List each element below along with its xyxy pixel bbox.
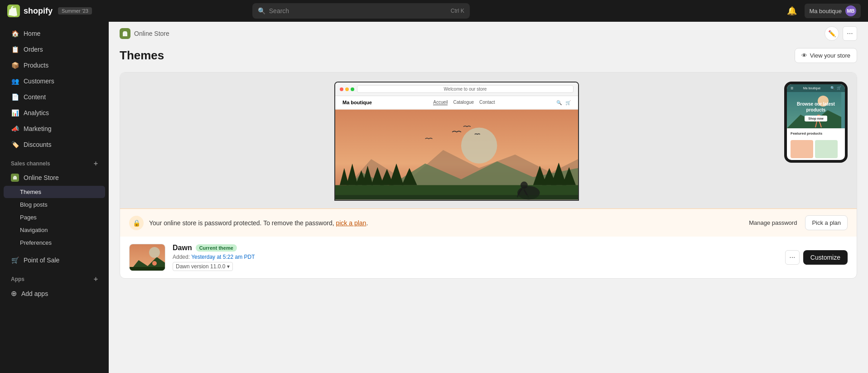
- sidebar-sub-item-label: Preferences: [20, 239, 52, 246]
- breadcrumb-bar: Online Store ✏️ ···: [109, 22, 868, 41]
- phone-nav-icons: 🔍 🛒: [830, 86, 841, 90]
- close-dot: [340, 87, 343, 91]
- phone-cart-icon: 🛒: [837, 86, 841, 90]
- avatar: MB: [845, 5, 856, 16]
- sidebar-sub-item-pages[interactable]: Pages: [4, 211, 105, 223]
- password-warning: 🔒 Your online store is password protecte…: [120, 208, 857, 237]
- browser-mockup: Welcome to our store Ma boutique Accueil…: [334, 82, 579, 201]
- eye-icon: 👁: [801, 52, 807, 59]
- phone-search-icon: 🔍: [830, 86, 835, 90]
- add-apps-label: Add apps: [21, 290, 48, 297]
- phone-hero: Browse our latest products Shop now: [787, 92, 845, 128]
- sidebar-sub-item-label: Themes: [20, 189, 41, 195]
- browser-url: Welcome to our store: [357, 85, 574, 93]
- sidebar-sub-item-label: Navigation: [20, 227, 48, 233]
- manage-password-button[interactable]: Manage password: [744, 217, 801, 229]
- phone-hero-text: Browse our latest products: [791, 101, 841, 113]
- notifications-button[interactable]: 🔔: [785, 4, 799, 18]
- nav-right: 🔔 Ma boutique MB: [785, 4, 861, 18]
- phone-header: ☰ Ma boutique 🔍 🛒: [787, 84, 845, 92]
- sidebar-item-label: Discounts: [24, 141, 51, 148]
- sidebar-item-content[interactable]: 📄 Content: [4, 89, 105, 105]
- password-actions: Manage password Pick a plan: [744, 215, 848, 230]
- more-actions-button[interactable]: ···: [843, 26, 857, 41]
- sidebar-item-label: Analytics: [24, 109, 49, 116]
- cart-icon: 🛒: [565, 100, 571, 105]
- sales-channels-header: Sales channels +: [4, 156, 105, 170]
- nav-link-contact: Contact: [479, 100, 495, 105]
- theme-actions: ··· Customize: [785, 250, 848, 265]
- theme-footer: Dawn Current theme Added: Yesterday at 5…: [120, 237, 857, 278]
- sidebar-item-label: Products: [24, 62, 48, 69]
- shopify-text: shopify: [24, 6, 53, 16]
- sidebar-item-home[interactable]: 🏠 Home: [4, 26, 105, 41]
- sidebar-sub-item-preferences[interactable]: Preferences: [4, 237, 105, 249]
- add-apps-button[interactable]: ⊕ Add apps: [4, 286, 105, 301]
- sidebar-sub-item-label: Pages: [20, 214, 37, 221]
- sidebar-item-label: Online Store: [24, 174, 59, 181]
- sidebar-item-online-store[interactable]: Online Store: [4, 170, 105, 185]
- maximize-dot: [351, 87, 354, 91]
- sidebar: 🏠 Home 📋 Orders 📦 Products 👥 Customers 📄…: [0, 22, 109, 373]
- svg-point-28: [149, 247, 160, 258]
- sidebar-item-customers[interactable]: 👥 Customers: [4, 73, 105, 89]
- svg-point-3: [461, 127, 497, 163]
- sidebar-item-pos[interactable]: 🛒 Point of Sale: [4, 252, 105, 268]
- sidebar-item-discounts[interactable]: 🏷️ Discounts: [4, 137, 105, 152]
- shopify-logo: shopify: [7, 5, 53, 17]
- chevron-down-icon: ▾: [227, 263, 230, 270]
- content-icon: 📄: [11, 93, 19, 101]
- add-app-icon[interactable]: +: [94, 275, 98, 283]
- store-nav-icons: 🔍 🛒: [556, 100, 571, 105]
- customize-icon-button[interactable]: ✏️: [825, 26, 839, 41]
- nav-link-catalogue: Catalogue: [453, 100, 474, 105]
- content-area: Online Store ✏️ ··· Themes 👁 View your s…: [109, 22, 868, 373]
- sidebar-item-products[interactable]: 📦 Products: [4, 58, 105, 73]
- theme-version-dropdown[interactable]: Dawn version 11.0.0 ▾: [173, 262, 233, 271]
- store-logo: Ma boutique: [342, 100, 372, 105]
- apps-header: Apps +: [4, 271, 105, 285]
- phone-product-1: [791, 140, 813, 158]
- mobile-preview: ☰ Ma boutique 🔍 🛒: [784, 73, 857, 208]
- phone-mockup: ☰ Ma boutique 🔍 🛒: [784, 82, 848, 163]
- sidebar-sub-item-blog-posts[interactable]: Blog posts: [4, 199, 105, 211]
- nav-link-accueil: Accueil: [433, 100, 448, 105]
- phone-store-name: Ma boutique: [803, 87, 821, 90]
- sidebar-item-label: Marketing: [24, 125, 51, 132]
- sidebar-item-marketing[interactable]: 📣 Marketing: [4, 121, 105, 136]
- search-icon: 🔍: [556, 100, 562, 105]
- sidebar-sub-item-themes[interactable]: Themes: [4, 186, 105, 198]
- browser-bar: Welcome to our store: [335, 82, 578, 96]
- theme-more-button[interactable]: ···: [785, 250, 800, 265]
- search-input[interactable]: [269, 7, 447, 15]
- search-bar[interactable]: 🔍 Ctrl K: [252, 3, 470, 19]
- breadcrumb-text: Online Store: [134, 30, 169, 37]
- sidebar-item-analytics[interactable]: 📊 Analytics: [4, 105, 105, 121]
- top-navigation: shopify Summer '23 🔍 Ctrl K 🔔 Ma boutiqu…: [0, 0, 868, 22]
- password-warning-text: Your online store is password protected.…: [149, 219, 739, 227]
- sidebar-item-orders[interactable]: 📋 Orders: [4, 42, 105, 57]
- user-menu-button[interactable]: Ma boutique MB: [805, 4, 861, 18]
- search-icon: 🔍: [258, 7, 265, 15]
- svg-rect-21: [335, 195, 578, 199]
- add-channel-icon[interactable]: +: [94, 160, 98, 168]
- customers-icon: 👥: [11, 77, 19, 85]
- customize-button[interactable]: Customize: [803, 250, 848, 265]
- pick-plan-link[interactable]: pick a plan: [336, 219, 366, 227]
- lock-icon-circle: 🔒: [129, 216, 144, 230]
- view-store-button[interactable]: 👁 View your store: [795, 48, 857, 63]
- pick-plan-button[interactable]: Pick a plan: [805, 215, 848, 230]
- store-icon: [11, 174, 19, 182]
- phone-screen: ☰ Ma boutique 🔍 🛒: [787, 84, 845, 160]
- phone-menu-icon: ☰: [791, 87, 793, 90]
- theme-added-timezone-link[interactable]: PDT: [244, 254, 255, 260]
- marketing-icon: 📣: [11, 125, 19, 133]
- theme-added: Added: Yesterday at 5:22 am PDT: [173, 254, 778, 260]
- sidebar-sub-item-navigation[interactable]: Navigation: [4, 224, 105, 236]
- phone-cta: Shop now: [805, 116, 827, 121]
- sidebar-item-label: Home: [24, 30, 40, 37]
- summer-badge: Summer '23: [58, 7, 92, 15]
- view-store-label: View your store: [810, 52, 850, 59]
- theme-added-date-link[interactable]: Yesterday at 5:22 am: [191, 254, 242, 260]
- theme-thumbnail: [129, 244, 165, 271]
